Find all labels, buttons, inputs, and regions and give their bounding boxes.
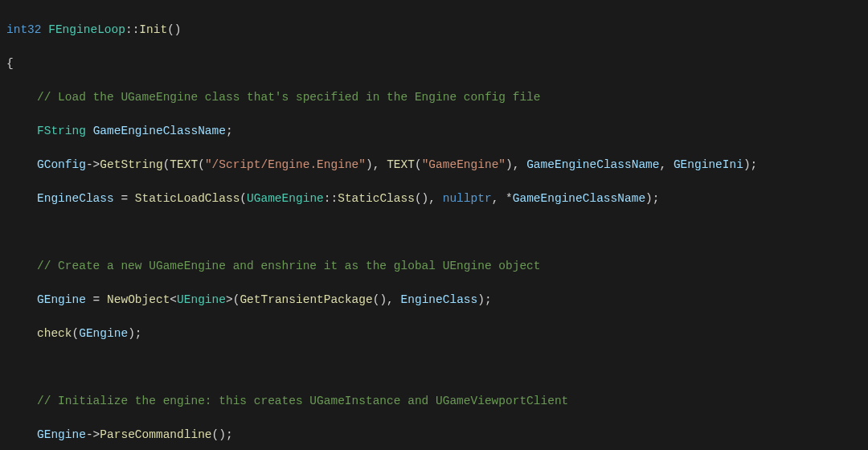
code-line: GConfig->GetString(TEXT("/Script/Engine.… [6, 157, 862, 174]
method-name: Init [139, 23, 167, 36]
code-editor[interactable]: int32 FEngineLoop::Init() { // Load the … [0, 0, 868, 450]
comment-line: // Load the UGameEngine class that's spe… [6, 89, 862, 106]
code-line: FString GameEngineClassName; [6, 123, 862, 140]
code-line: GEngine = NewObject<UEngine>(GetTransien… [6, 292, 862, 309]
return-type: int32 [6, 23, 42, 36]
comment-line: // Create a new UGameEngine and enshrine… [6, 258, 862, 275]
brace-open: { [6, 55, 862, 72]
class-name: FEngineLoop [48, 23, 125, 36]
blank-line [6, 224, 862, 241]
code-line: EngineClass = StaticLoadClass(UGameEngin… [6, 190, 862, 207]
code-line: check(GEngine); [6, 325, 862, 342]
signature-line: int32 FEngineLoop::Init() [6, 22, 862, 39]
code-line: GEngine->ParseCommandline(); [6, 427, 862, 444]
blank-line [6, 359, 862, 376]
comment-line: // Initialize the engine: this creates U… [6, 393, 862, 410]
